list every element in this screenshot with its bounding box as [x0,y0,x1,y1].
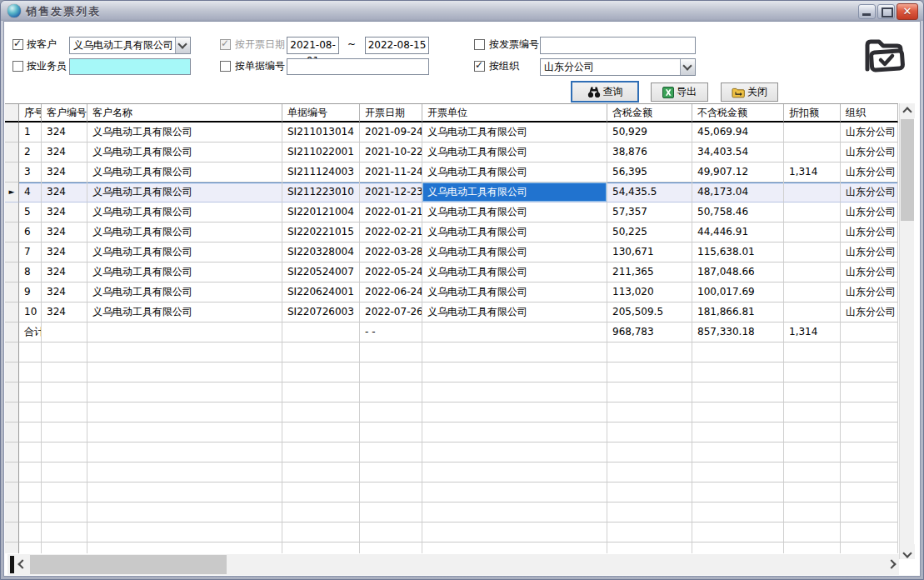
chevron-down-icon[interactable] [175,38,190,53]
table-cell[interactable]: 48,173.04 [692,182,784,202]
table-cell[interactable]: 义乌电动工具有限公司 [87,222,282,242]
table-cell[interactable]: SI211022001 [282,142,360,162]
table-row[interactable]: 2324义乌电动工具有限公司SI2110220012021-10-22义乌电动工… [5,142,898,162]
table-cell[interactable]: 3 [19,162,42,182]
table-cell[interactable]: 324 [42,182,87,202]
table-cell[interactable]: 山东分公司 [841,222,898,242]
table-cell[interactable]: 324 [42,262,87,282]
table-cell[interactable]: 义乌电动工具有限公司 [87,122,282,142]
table-cell[interactable] [784,202,841,222]
row-selector[interactable]: ► [5,182,19,202]
table-cell[interactable]: 义乌电动工具有限公司 [422,282,607,302]
table-cell[interactable]: 54,435.5 [607,182,692,202]
salesman-input[interactable] [69,58,191,75]
table-cell[interactable]: 56,395 [607,162,692,182]
table-cell[interactable]: 8 [19,262,42,282]
table-cell[interactable]: 山东分公司 [841,142,898,162]
row-selector[interactable] [5,162,19,182]
table-cell[interactable]: 1,314 [784,162,841,182]
row-selector[interactable] [5,282,19,302]
table-row[interactable]: ►4324义乌电动工具有限公司SI2112230102021-12-23义乌电动… [5,182,898,202]
table-cell[interactable]: 6 [19,222,42,242]
table-cell[interactable]: 113,020 [607,282,692,302]
vertical-scrollbar[interactable] [899,103,914,559]
column-header[interactable]: 客户编号 [42,104,87,122]
table-cell[interactable]: 山东分公司 [841,162,898,182]
column-header[interactable]: 单据编号 [282,104,360,122]
row-selector[interactable] [5,302,19,322]
close-button[interactable]: ✕ [897,3,918,20]
by-invoice-date-checkbox[interactable] [220,39,231,50]
invoice-no-input[interactable] [540,37,696,54]
table-cell[interactable]: 山东分公司 [841,182,898,202]
table-cell[interactable] [784,302,841,322]
table-cell[interactable]: 2021-10-22 [360,142,422,162]
table-cell[interactable]: 38,876 [607,142,692,162]
table-cell[interactable]: 义乌电动工具有限公司 [87,202,282,222]
row-selector[interactable] [5,122,19,142]
table-row[interactable]: 9324义乌电动工具有限公司SI2206240012022-06-24义乌电动工… [5,282,898,302]
minimize-button[interactable] [858,4,876,19]
table-row[interactable]: 8324义乌电动工具有限公司SI2205240072022-05-24义乌电动工… [5,262,898,282]
column-header[interactable]: 序号 [19,104,42,122]
table-cell[interactable]: 50,225 [607,222,692,242]
table-cell[interactable]: 130,671 [607,242,692,262]
table-cell[interactable]: 10 [19,302,42,322]
table-cell[interactable]: SI211223010 [282,182,360,202]
table-cell[interactable]: 181,866.81 [692,302,784,322]
table-cell[interactable] [784,142,841,162]
table-cell[interactable]: 324 [42,302,87,322]
title-bar[interactable]: 销售发票列表 ✕ [1,1,923,21]
horizontal-scrollbar[interactable] [7,554,899,575]
table-cell[interactable]: 义乌电动工具有限公司 [422,142,607,162]
table-cell[interactable]: 2021-12-23 [360,182,422,202]
close-window-button[interactable]: 关闭 [721,82,778,102]
table-cell[interactable] [784,182,841,202]
table-cell[interactable] [784,122,841,142]
customer-combobox[interactable]: 义乌电动工具有限公司 [69,37,191,54]
table-cell[interactable]: 义乌电动工具有限公司 [422,302,607,322]
table-cell[interactable]: 山东分公司 [841,122,898,142]
table-cell[interactable] [784,282,841,302]
table-cell[interactable] [784,262,841,282]
table-cell[interactable]: 115,638.01 [692,242,784,262]
invoice-table[interactable]: 序号客户编号客户名称单据编号开票日期开票单位含税金额不含税金额折扣额组织1324… [5,103,898,553]
column-header[interactable]: 含税金额 [607,104,692,122]
row-selector[interactable] [5,322,19,342]
table-cell[interactable]: 324 [42,222,87,242]
table-cell[interactable]: 义乌电动工具有限公司 [422,262,607,282]
by-customer-checkbox[interactable] [12,39,23,50]
table-cell[interactable]: 义乌电动工具有限公司 [87,262,282,282]
doc-no-input[interactable] [287,58,429,75]
column-header[interactable]: 组织 [841,104,898,122]
table-cell[interactable]: 山东分公司 [841,302,898,322]
maximize-button[interactable] [877,4,895,19]
table-row[interactable]: 5324义乌电动工具有限公司SI2201210042022-01-21义乌电动工… [5,202,898,222]
table-cell[interactable]: 2022-01-21 [360,202,422,222]
table-cell[interactable]: 324 [42,242,87,262]
table-cell[interactable]: 7 [19,242,42,262]
table-cell[interactable]: 44,446.91 [692,222,784,242]
table-cell[interactable]: SI220121004 [282,202,360,222]
scroll-up-button[interactable] [900,103,915,118]
table-row[interactable]: 1324义乌电动工具有限公司SI2110130142021-09-24义乌电动工… [5,122,898,142]
table-cell[interactable]: 211,365 [607,262,692,282]
table-cell[interactable]: 34,403.54 [692,142,784,162]
column-header[interactable]: 不含税金额 [692,104,784,122]
date-from-field[interactable]: 2021-08-01 [287,37,339,54]
column-header[interactable]: 折扣额 [784,104,841,122]
row-selector[interactable] [5,202,19,222]
table-cell[interactable]: 义乌电动工具有限公司 [87,242,282,262]
table-cell[interactable]: 324 [42,142,87,162]
row-selector[interactable] [5,222,19,242]
table-cell[interactable]: 324 [42,122,87,142]
table-cell[interactable] [784,222,841,242]
table-cell[interactable]: 义乌电动工具有限公司 [87,162,282,182]
table-cell[interactable]: 49,907.12 [692,162,784,182]
column-header[interactable]: 开票单位 [422,104,607,122]
table-cell[interactable]: SI220221015 [282,222,360,242]
table-cell[interactable]: 45,069.94 [692,122,784,142]
column-header[interactable]: 开票日期 [360,104,422,122]
table-row[interactable]: 6324义乌电动工具有限公司SI2202210152022-02-21义乌电动工… [5,222,898,242]
table-cell[interactable]: 50,929 [607,122,692,142]
